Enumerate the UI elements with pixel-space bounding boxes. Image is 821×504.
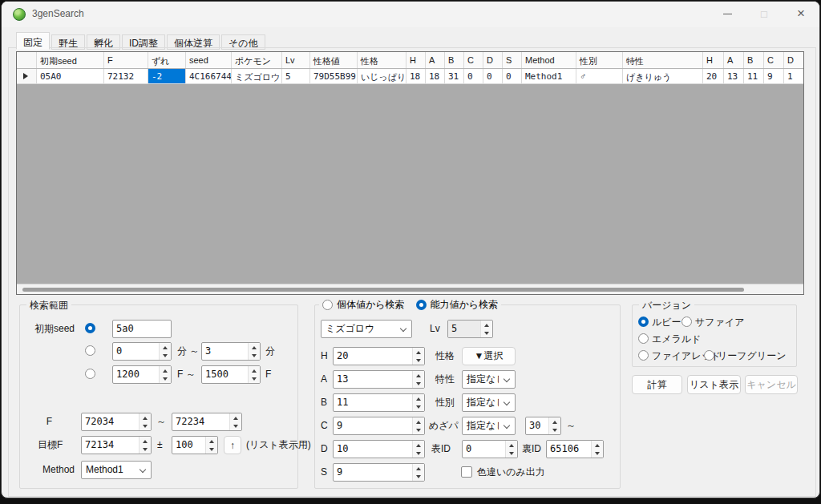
cell-seed[interactable]: 4C166744 (186, 69, 232, 83)
tab-kotei[interactable]: 固定 (16, 32, 50, 50)
frame-from-spinner[interactable]: 1200 (112, 365, 172, 384)
cell-iv-h[interactable]: 18 (406, 69, 426, 83)
spin-down-button[interactable] (230, 422, 241, 431)
col-seed[interactable]: seed (186, 52, 232, 68)
spin-up-button[interactable] (481, 321, 492, 329)
nature-select-button[interactable]: ▼選択 (462, 347, 516, 365)
col-iv-c[interactable]: C (464, 52, 483, 68)
cell-method[interactable]: Method1 (522, 69, 576, 83)
spin-up-button[interactable] (413, 348, 424, 357)
col-pid[interactable]: 性格値 (310, 52, 358, 68)
cell-ability[interactable]: げきりゅう (623, 69, 703, 83)
spin-up-button[interactable] (160, 343, 171, 352)
col-pokemon[interactable]: ポケモン (232, 52, 282, 68)
stat-a-spinner[interactable]: 13 (333, 370, 425, 389)
spin-up-button[interactable] (160, 366, 171, 375)
minimize-button[interactable] (709, 2, 746, 26)
spin-up-button[interactable] (413, 417, 424, 426)
version-firered-radio[interactable] (638, 350, 649, 361)
hidden-power-spinner[interactable]: 30 (525, 417, 561, 435)
spin-down-button[interactable] (481, 329, 492, 338)
cell-iv-c[interactable]: 0 (464, 69, 483, 83)
f-to-spinner[interactable]: 72234 (172, 413, 242, 431)
search-by-stat-option[interactable]: 能力値から検索 (416, 298, 499, 312)
cell-pokemon[interactable]: ミズゴロウ (232, 69, 282, 83)
spin-down-button[interactable] (206, 446, 217, 454)
cell-iv-s[interactable]: 0 (503, 69, 522, 83)
cell-zure-selected[interactable]: -2 (148, 69, 186, 83)
stat-s-spinner[interactable]: 9 (333, 463, 425, 482)
col-stat-b[interactable]: B (744, 52, 764, 68)
stat-b-spinner[interactable]: 11 (333, 393, 425, 412)
spin-up-button[interactable] (413, 464, 424, 473)
version-sapphire-radio[interactable] (681, 317, 692, 327)
spin-down-button[interactable] (413, 426, 424, 435)
row-header-cell[interactable] (17, 69, 37, 83)
cell-iv-b[interactable]: 31 (445, 69, 464, 83)
cell-gender[interactable]: ♂ (576, 69, 623, 83)
spin-up-button[interactable] (413, 394, 424, 403)
spin-down-button[interactable] (249, 375, 260, 384)
col-method[interactable]: Method (522, 52, 576, 68)
search-by-stat-radio[interactable] (416, 300, 427, 310)
spin-down-button[interactable] (413, 380, 424, 389)
spin-down-button[interactable] (249, 352, 260, 361)
cell-pid[interactable]: 79D55B99 (310, 69, 358, 83)
maximize-button[interactable]: □ (746, 2, 783, 26)
spin-up-button[interactable] (549, 417, 560, 426)
spin-down-button[interactable] (413, 403, 424, 412)
col-stat-d[interactable]: D (784, 52, 803, 68)
stat-d-spinner[interactable]: 10 (333, 440, 425, 458)
search-by-iv-option[interactable]: 個体値から検索 (322, 298, 405, 312)
hidden-power-dropdown[interactable]: 指定なし (462, 417, 516, 435)
spin-up-button[interactable] (506, 441, 517, 450)
spin-up-button[interactable] (413, 441, 424, 450)
spin-up-button[interactable] (592, 441, 603, 450)
minutes-to-spinner[interactable]: 3 (201, 342, 261, 361)
spin-up-button[interactable] (413, 371, 424, 380)
spin-up-button[interactable] (230, 413, 241, 422)
horizontal-scrollbar[interactable] (17, 284, 803, 294)
spin-down-button[interactable] (413, 450, 424, 458)
tolerance-spinner[interactable]: 100 (172, 436, 218, 454)
ability-dropdown[interactable]: 指定なし (462, 370, 516, 389)
minutes-range-radio[interactable] (85, 345, 95, 356)
up-arrow-button[interactable]: ↑ (224, 436, 241, 454)
spin-up-button[interactable] (249, 343, 260, 352)
spin-down-button[interactable] (592, 450, 603, 458)
version-leafgreen-radio[interactable] (704, 350, 714, 361)
col-iv-d[interactable]: D (483, 52, 503, 68)
frame-range-radio[interactable] (85, 369, 95, 379)
cell-lv[interactable]: 5 (282, 69, 310, 83)
col-nature[interactable]: 性格 (358, 52, 406, 68)
search-by-iv-radio[interactable] (322, 300, 333, 310)
spin-up-button[interactable] (140, 437, 151, 446)
cell-iv-a[interactable]: 18 (426, 69, 445, 83)
spin-up-button[interactable] (249, 366, 260, 375)
sid-spinner[interactable]: 65106 (546, 440, 604, 458)
cell-stat-h[interactable]: 20 (703, 69, 724, 83)
col-stat-h[interactable]: H (703, 52, 724, 68)
spin-down-button[interactable] (140, 446, 151, 454)
col-iv-b[interactable]: B (445, 52, 464, 68)
list-view-button[interactable]: リスト表示 (687, 375, 741, 394)
col-iv-s[interactable]: S (503, 52, 522, 68)
spin-down-button[interactable] (506, 450, 517, 458)
lv-spinner[interactable]: 5 (447, 320, 493, 338)
col-stat-c[interactable]: C (764, 52, 784, 68)
col-lv[interactable]: Lv (282, 52, 310, 68)
col-gender[interactable]: 性別 (576, 52, 623, 68)
scrollbar-thumb[interactable] (22, 288, 744, 292)
tid-spinner[interactable]: 0 (462, 440, 518, 458)
cell-stat-d[interactable]: 1 (784, 69, 803, 83)
cell-f[interactable]: 72132 (104, 69, 148, 83)
stat-h-spinner[interactable]: 20 (333, 347, 425, 365)
spin-down-button[interactable] (413, 357, 424, 365)
cell-initial-seed[interactable]: 05A0 (37, 69, 104, 83)
frame-to-spinner[interactable]: 1500 (201, 365, 261, 384)
spin-down-button[interactable] (160, 352, 171, 361)
cell-stat-a[interactable]: 13 (724, 69, 744, 83)
title-bar[interactable]: 3genSearch □ × (2, 2, 819, 27)
calculate-button[interactable]: 計算 (632, 375, 682, 394)
spin-down-button[interactable] (160, 375, 171, 384)
